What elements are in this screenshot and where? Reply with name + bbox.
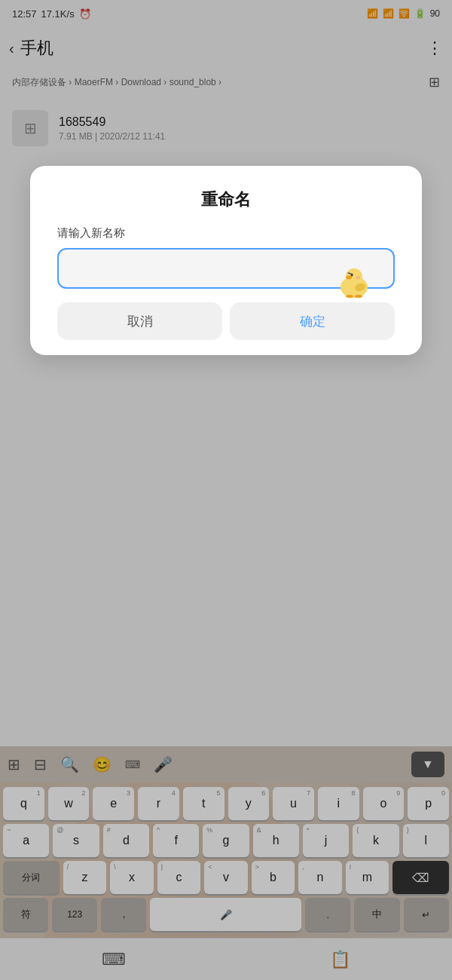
dialog-overlay: 重命名 请输入新名称 [0, 0, 452, 980]
dialog-label: 请输入新名称 [57, 226, 395, 240]
rename-dialog: 重命名 请输入新名称 [30, 166, 422, 355]
svg-point-6 [355, 295, 362, 298]
svg-point-5 [346, 295, 353, 298]
cancel-button[interactable]: 取消 [57, 302, 222, 340]
confirm-button[interactable]: 确定 [230, 302, 395, 340]
dialog-title: 重命名 [57, 188, 395, 211]
mascot-duck [331, 259, 377, 304]
svg-point-8 [356, 276, 360, 279]
dialog-buttons: 取消 确定 [57, 302, 395, 340]
svg-point-3 [346, 276, 352, 280]
